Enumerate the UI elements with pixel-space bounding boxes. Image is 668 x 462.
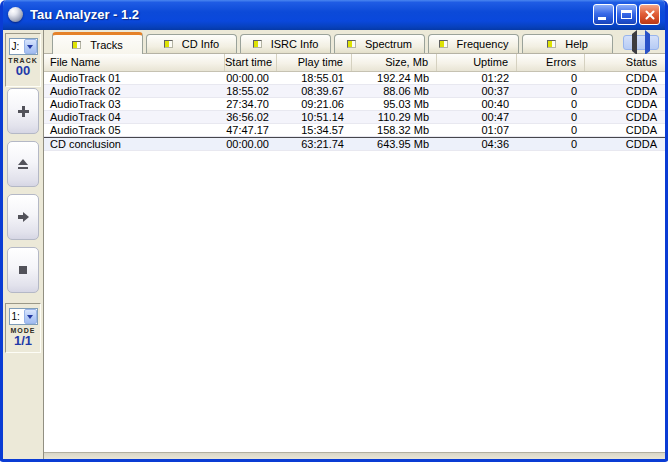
window-controls [593,4,660,25]
minimize-icon [598,17,606,20]
column-header-play-time[interactable]: Play time [277,54,352,71]
cell-play-time: 08:39.67 [277,85,352,97]
mode-number: 1/1 [6,334,40,348]
table-row[interactable]: AudioTrack 01 00:00.00 18:55.01 192.24 M… [44,72,665,85]
maximize-icon [621,10,632,19]
table-row[interactable]: AudioTrack 05 47:47.17 15:34.57 158.32 M… [44,124,665,137]
tab-cd-info[interactable]: CD Info [146,34,237,53]
cell-status: CDDA [585,138,665,150]
stop-button[interactable] [7,247,39,293]
cell-uptime: 04:36 [437,138,517,150]
go-button[interactable] [7,194,39,240]
plus-icon [18,106,29,117]
column-header-file-name[interactable]: File Name [44,54,225,71]
app-window: Tau Analyzer - 1.2 J: TRACK 00 [0,0,668,462]
cell-size: 110.29 Mb [352,111,437,123]
cell-play-time: 63:21.74 [277,138,352,150]
table-row[interactable]: CD conclusion 00:00.00 63:21.74 643.95 M… [44,137,665,151]
cell-status: CDDA [585,124,665,136]
column-header-uptime[interactable]: Uptime [437,54,517,71]
cell-start-time: 18:55.02 [225,85,277,97]
tab-tracks[interactable]: Tracks [52,32,143,54]
tab-frequency[interactable]: Frequency [428,34,519,53]
mode-select[interactable]: 1: [9,308,38,325]
cell-file-name: CD conclusion [44,138,225,150]
table-row[interactable]: AudioTrack 02 18:55.02 08:39.67 88.06 Mb… [44,85,665,98]
cell-status: CDDA [585,111,665,123]
tab-label: Tracks [90,39,123,51]
chevron-down-icon [27,315,33,319]
cell-file-name: AudioTrack 04 [44,111,225,123]
tracks-table: File Name Start time Play time Size, Mb … [44,54,665,459]
eject-button[interactable] [7,141,39,187]
cell-status: CDDA [585,72,665,84]
cell-size: 88.06 Mb [352,85,437,97]
cell-play-time: 09:21.06 [277,98,352,110]
titlebar[interactable]: Tau Analyzer - 1.2 [0,0,668,30]
mode-select-dropdown-button[interactable] [24,309,37,324]
cell-status: CDDA [585,85,665,97]
cell-size: 643.95 Mb [352,138,437,150]
maximize-button[interactable] [616,4,637,25]
table-row[interactable]: AudioTrack 03 27:34.70 09:21.06 95.03 Mb… [44,98,665,111]
cell-errors: 0 [517,111,585,123]
cell-uptime: 00:37 [437,85,517,97]
tab-label: Frequency [457,38,509,50]
cell-file-name: AudioTrack 05 [44,124,225,136]
tab-spectrum[interactable]: Spectrum [334,34,425,53]
drive-select[interactable]: J: [9,38,38,55]
eject-icon [18,159,28,169]
cell-file-name: AudioTrack 03 [44,98,225,110]
mode-panel: 1: MODE 1/1 [5,303,41,353]
tab-label: ISRC Info [271,38,319,50]
tab-isrc-info[interactable]: ISRC Info [240,34,331,53]
cell-start-time: 36:56.02 [225,111,277,123]
close-button[interactable] [639,4,660,25]
sidebar: J: TRACK 00 1: MODE 1/1 [3,30,43,459]
window-title: Tau Analyzer - 1.2 [30,7,593,22]
tab-scroll-right-button[interactable] [645,34,650,52]
cell-errors: 0 [517,124,585,136]
cell-errors: 0 [517,98,585,110]
tab-help[interactable]: Help [522,34,613,53]
column-header-size[interactable]: Size, Mb [352,54,437,71]
arrow-right-icon [645,30,650,55]
table-header: File Name Start time Play time Size, Mb … [44,54,665,72]
drive-panel: J: TRACK 00 [5,33,41,87]
cell-size: 95.03 Mb [352,98,437,110]
bottom-edge [44,452,665,459]
cell-errors: 0 [517,85,585,97]
add-button[interactable] [7,88,39,134]
cell-play-time: 10:51.14 [277,111,352,123]
arrow-right-icon [18,212,29,222]
cell-file-name: AudioTrack 02 [44,85,225,97]
cell-errors: 0 [517,138,585,150]
cell-play-time: 18:55.01 [277,72,352,84]
app-icon [8,7,23,22]
cell-uptime: 00:40 [437,98,517,110]
tab-label: CD Info [182,38,219,50]
cell-uptime: 00:47 [437,111,517,123]
column-header-errors[interactable]: Errors [517,54,585,71]
cell-start-time: 27:34.70 [225,98,277,110]
tab-scroll-left-button[interactable] [632,34,637,52]
main-panel: Tracks CD Info ISRC Info Spectrum Freque… [43,30,665,459]
cell-size: 192.24 Mb [352,72,437,84]
table-row[interactable]: AudioTrack 04 36:56.02 10:51.14 110.29 M… [44,111,665,124]
cell-start-time: 47:47.17 [225,124,277,136]
table-body: AudioTrack 01 00:00.00 18:55.01 192.24 M… [44,72,665,151]
column-header-status[interactable]: Status [585,54,665,71]
form-icon [72,41,81,49]
stop-icon [19,266,27,274]
column-header-start-time[interactable]: Start time [225,54,277,71]
cell-status: CDDA [585,98,665,110]
form-icon [347,40,356,48]
cell-size: 158.32 Mb [352,124,437,136]
drive-select-dropdown-button[interactable] [24,39,37,54]
cell-uptime: 01:07 [437,124,517,136]
minimize-button[interactable] [593,4,614,25]
tab-label: Spectrum [365,38,412,50]
cell-start-time: 00:00.00 [225,72,277,84]
cell-file-name: AudioTrack 01 [44,72,225,84]
form-icon [439,40,448,48]
